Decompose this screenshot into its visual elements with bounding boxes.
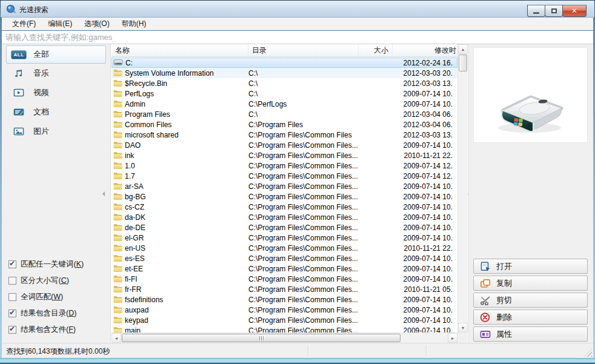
column-header-modified[interactable]: 修改时 bbox=[393, 44, 457, 56]
name-cell: Program Files bbox=[111, 110, 248, 119]
file-directory: C:\Program Files bbox=[248, 121, 359, 129]
open-icon bbox=[479, 262, 491, 271]
column-header-size[interactable]: 大小 bbox=[359, 44, 393, 56]
table-row[interactable]: da-DK C:\Program Files\Common Files... 2… bbox=[111, 212, 457, 222]
file-directory: C:\Program Files\Common Files... bbox=[248, 296, 359, 304]
scroll-left-button[interactable]: ◄ bbox=[111, 333, 121, 343]
cut-icon bbox=[479, 296, 491, 305]
properties-button[interactable]: 属性 bbox=[473, 326, 588, 342]
delete-button[interactable]: 删除 bbox=[473, 309, 588, 325]
sidebar-item-video[interactable]: 视频 bbox=[2, 83, 110, 102]
name-cell: Common Files bbox=[111, 121, 248, 129]
file-modified: 2009-07-14 10. bbox=[393, 326, 457, 333]
open-button[interactable]: 打开 bbox=[473, 259, 588, 274]
table-row[interactable]: en-US C:\Program Files\Common Files... 2… bbox=[111, 243, 457, 253]
minimize-icon bbox=[533, 12, 539, 14]
menu-edit[interactable]: 编辑(E) bbox=[42, 17, 78, 31]
table-row[interactable]: PerfLogs C:\ 2009-07-14 10. bbox=[111, 88, 457, 99]
sidebar-item-all[interactable]: ALL 全部 bbox=[6, 45, 106, 64]
table-row[interactable]: es-ES C:\Program Files\Common Files... 2… bbox=[111, 253, 457, 263]
file-directory: C:\Program Files\Common Files... bbox=[248, 213, 359, 222]
checkbox-icon[interactable] bbox=[8, 277, 16, 285]
file-list-body: C: 2012-02-24 16. System Volume Informat… bbox=[111, 58, 457, 333]
file-modified: 2009-07-14 10. bbox=[393, 213, 457, 222]
minimize-button[interactable] bbox=[527, 5, 545, 17]
table-row[interactable]: microsoft shared C:\Program Files\Common… bbox=[111, 130, 457, 140]
menu-help[interactable]: 帮助(H) bbox=[116, 17, 153, 31]
filter-include-directories[interactable]: 结果包含目录(D) bbox=[8, 305, 108, 322]
table-row[interactable]: cs-CZ C:\Program Files\Common Files... 2… bbox=[111, 202, 457, 212]
cut-button[interactable]: 剪切 bbox=[473, 293, 588, 308]
table-row[interactable]: de-DE C:\Program Files\Common Files... 2… bbox=[111, 222, 457, 233]
scroll-up-button[interactable]: ▲ bbox=[458, 44, 468, 54]
maximize-icon bbox=[551, 8, 557, 13]
table-row[interactable]: DAO C:\Program Files\Common Files... 200… bbox=[111, 140, 457, 150]
file-directory: C:\ bbox=[248, 110, 359, 119]
checkbox-icon[interactable] bbox=[8, 293, 16, 301]
copy-icon bbox=[479, 279, 491, 288]
file-modified: 2009-07-14 10. bbox=[393, 275, 457, 283]
scroll-right-button[interactable]: ► bbox=[448, 333, 457, 343]
close-button[interactable]: ✕ bbox=[562, 5, 587, 17]
scroll-down-button[interactable]: ▼ bbox=[458, 323, 468, 333]
vertical-scrollbar[interactable]: ▲ ▼ bbox=[457, 44, 468, 333]
table-row[interactable]: auxpad C:\Program Files\Common Files... … bbox=[111, 305, 457, 315]
sidebar-item-docs[interactable]: 文档 bbox=[2, 102, 110, 122]
maximize-button[interactable] bbox=[545, 5, 563, 17]
table-row[interactable]: bg-BG C:\Program Files\Common Files... 2… bbox=[111, 191, 457, 202]
table-row[interactable]: Admin C:\PerfLogs 2009-07-14 10. bbox=[111, 99, 457, 109]
name-cell: cs-CZ bbox=[111, 203, 248, 211]
table-row[interactable]: el-GR C:\Program Files\Common Files... 2… bbox=[111, 233, 457, 243]
table-row[interactable]: main C:\Program Files\Common Files... 20… bbox=[111, 325, 457, 333]
checkbox-icon[interactable] bbox=[8, 326, 16, 334]
table-row[interactable]: 1.0 C:\Program Files\Common Files... 200… bbox=[111, 160, 457, 171]
file-directory: C:\ bbox=[248, 79, 359, 88]
resize-grip[interactable] bbox=[584, 349, 592, 357]
horizontal-scrollbar[interactable]: ◄ ► bbox=[111, 333, 457, 343]
filter-include-files[interactable]: 结果包含文件(F) bbox=[8, 322, 108, 338]
file-directory: C:\PerfLogs bbox=[248, 100, 359, 108]
filter-whole-word[interactable]: 全词匹配(W) bbox=[8, 289, 108, 305]
table-row[interactable]: fsdefinitions C:\Program Files\Common Fi… bbox=[111, 294, 457, 305]
copy-button[interactable]: 复制 bbox=[473, 276, 588, 291]
menu-options[interactable]: 选项(O) bbox=[78, 17, 115, 31]
file-name: el-GR bbox=[125, 234, 144, 242]
preview-pane bbox=[473, 47, 588, 143]
table-row[interactable]: ink C:\Program Files\Common Files... 201… bbox=[111, 150, 457, 160]
table-row[interactable]: et-EE C:\Program Files\Common Files... 2… bbox=[111, 263, 457, 274]
column-header-name[interactable]: 名称 bbox=[111, 44, 248, 56]
file-name: $Recycle.Bin bbox=[125, 79, 167, 88]
horizontal-scroll-thumb[interactable] bbox=[122, 334, 401, 342]
menu-file[interactable]: 文件(F) bbox=[6, 17, 42, 31]
name-cell: 1.0 bbox=[111, 162, 248, 170]
table-row[interactable]: 1.7 C:\Program Files\Common Files... 200… bbox=[111, 171, 457, 181]
file-name: ink bbox=[125, 151, 134, 160]
file-name: PerfLogs bbox=[125, 90, 154, 98]
checkbox-icon[interactable] bbox=[8, 260, 16, 268]
filter-match-any-keyword[interactable]: 匹配任一关键词(K) bbox=[8, 256, 108, 273]
table-row[interactable]: fr-FR C:\Program Files\Common Files... 2… bbox=[111, 284, 457, 294]
table-row[interactable]: Program Files C:\ 2012-03-04 06. bbox=[111, 109, 457, 119]
sidebar-item-music[interactable]: 音乐 bbox=[2, 64, 110, 83]
title-bar[interactable]: 光速搜索 ✕ bbox=[1, 1, 594, 18]
main-content: ALL 全部 音乐 bbox=[2, 44, 593, 343]
filter-options: 匹配任一关键词(K) 区分大小写(C) 全词匹配(W) 结果包含目录(D) 结果… bbox=[8, 256, 108, 338]
name-cell: 1.7 bbox=[111, 172, 248, 180]
table-row[interactable]: fi-FI C:\Program Files\Common Files... 2… bbox=[111, 274, 457, 284]
table-row[interactable]: Common Files C:\Program Files 2012-03-04… bbox=[111, 119, 457, 130]
sidebar-item-pictures[interactable]: 图片 bbox=[2, 122, 110, 141]
sidebar-collapse-arrow[interactable] bbox=[102, 191, 105, 196]
table-row[interactable]: C: 2012-02-24 16. bbox=[111, 58, 457, 68]
table-row[interactable]: ar-SA C:\Program Files\Common Files... 2… bbox=[111, 181, 457, 191]
checkbox-icon[interactable] bbox=[8, 309, 16, 317]
folder-icon bbox=[113, 265, 122, 273]
table-row[interactable]: $Recycle.Bin C:\ 2012-03-03 13. bbox=[111, 78, 457, 88]
search-input[interactable] bbox=[2, 31, 593, 44]
folder-icon bbox=[113, 275, 122, 283]
filter-case-sensitive[interactable]: 区分大小写(C) bbox=[8, 273, 108, 289]
vertical-scroll-thumb[interactable] bbox=[459, 55, 467, 71]
name-cell: Admin bbox=[111, 100, 248, 108]
table-row[interactable]: keypad C:\Program Files\Common Files... … bbox=[111, 315, 457, 325]
table-row[interactable]: System Volume Information C:\ 2012-03-03… bbox=[111, 68, 457, 78]
column-header-directory[interactable]: 目录 bbox=[248, 44, 359, 56]
